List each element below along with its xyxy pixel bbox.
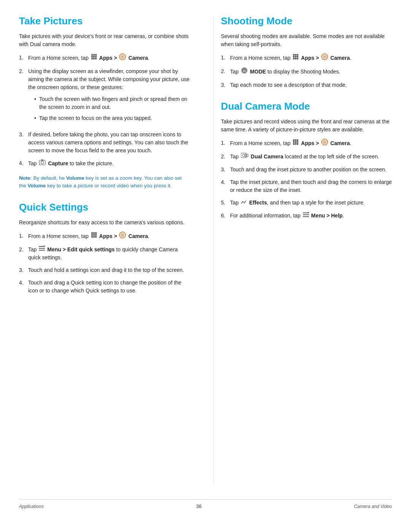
- svg-rect-64: [308, 212, 309, 213]
- sm-step-2: 2. Tap M MODE to display the Shooting Mo…: [221, 67, 392, 77]
- shooting-mode-section: Shooting Mode Several shooting modes are…: [221, 15, 392, 89]
- svg-point-13: [41, 161, 44, 164]
- take-pictures-intro: Take pictures with your device's front o…: [19, 32, 190, 48]
- svg-point-56: [324, 142, 325, 143]
- take-pictures-step-1: 1. From a Home screen, tap Apps > Camera…: [19, 54, 190, 63]
- qs-step-num-1: 1.: [19, 232, 27, 241]
- svg-point-42: [324, 56, 325, 58]
- step-4-content: Tap Capture to take the picture.: [28, 159, 190, 168]
- svg-rect-16: [93, 232, 95, 234]
- step-3-content: If desired, before taking the photo, you…: [28, 131, 190, 155]
- mode-icon: M: [241, 67, 248, 76]
- svg-rect-18: [91, 234, 93, 236]
- dc-step-num-1: 1.: [221, 139, 229, 148]
- take-pictures-list: 1. From a Home screen, tap Apps > Camera…: [19, 54, 190, 168]
- svg-rect-3: [91, 56, 93, 58]
- step-num-3: 3.: [19, 131, 27, 155]
- bullet-2-text: Tap the screen to focus on the area you …: [39, 114, 152, 122]
- svg-rect-32: [295, 54, 296, 56]
- quick-settings-title: Quick Settings: [19, 201, 190, 213]
- effects-icon: [241, 199, 247, 207]
- qs-step-num-2: 2.: [19, 246, 27, 262]
- svg-rect-33: [297, 54, 298, 56]
- dc-step-num-4: 4.: [221, 178, 229, 194]
- effects-label: Effects: [249, 200, 267, 206]
- qs-step-num-4: 4.: [19, 279, 27, 295]
- note-block: Note: By default, he Volume key is set a…: [19, 174, 190, 190]
- capture-label: Capture: [48, 160, 68, 166]
- dc-step-1-content: From a Home screen, tap Apps > Camera.: [230, 139, 392, 148]
- svg-point-26: [122, 234, 123, 235]
- svg-rect-48: [293, 141, 295, 143]
- dc-step-3-content: Touch and drag the inset picture to anot…: [230, 166, 392, 174]
- note-label: Note: [19, 175, 30, 181]
- mode-label: MODE: [250, 69, 266, 75]
- svg-rect-39: [297, 58, 298, 59]
- dc-step-2: 2. Tap Dual Camera located at the top le…: [221, 153, 392, 161]
- step-num-4: 4.: [19, 159, 27, 168]
- svg-point-11: [122, 56, 123, 58]
- bullet-1-text: Touch the screen with two fingers and pi…: [39, 95, 190, 111]
- svg-rect-31: [293, 54, 295, 56]
- dc-step-num-5: 5.: [221, 199, 229, 207]
- step-2-bullets: Touch the screen with two fingers and pi…: [34, 95, 190, 122]
- svg-point-58: [242, 154, 245, 157]
- camera-icon-1: [119, 53, 126, 62]
- qs-step-1-content: From a Home screen, tap Apps > Camera.: [28, 232, 190, 241]
- dc-step-num-6: 6.: [221, 212, 229, 220]
- quick-settings-list: 1. From a Home screen, tap Apps > Camera…: [19, 232, 190, 295]
- dc-step-5: 5. Tap Effects, and then tap a style for…: [221, 199, 392, 207]
- take-pictures-title: Take Pictures: [19, 15, 190, 27]
- svg-rect-8: [95, 58, 97, 59]
- dual-camera-intro: Take pictures and record videos using th…: [221, 118, 392, 134]
- sm-step-1-content: From a Home screen, tap Apps > Camera.: [230, 54, 392, 63]
- sm-step-3-content: Tap each mode to see a description of th…: [230, 81, 392, 89]
- step-num-1: 1.: [19, 54, 27, 63]
- svg-rect-20: [95, 234, 97, 236]
- dual-camera-list: 1. From a Home screen, tap Apps > Camera…: [221, 139, 392, 220]
- qs-step-2: 2. Tap Menu > Edit quick settings to qui…: [19, 246, 190, 262]
- svg-rect-36: [297, 56, 298, 58]
- svg-rect-28: [39, 248, 45, 249]
- sm-step-num-1: 1.: [221, 54, 229, 63]
- dc-step-1: 1. From a Home screen, tap Apps > Camera…: [221, 139, 392, 148]
- qs-step-2-content: Tap Menu > Edit quick settings to quickl…: [28, 246, 190, 262]
- svg-rect-7: [93, 58, 95, 59]
- dual-camera-label: Dual Camera: [251, 153, 284, 160]
- qs-step-1: 1. From a Home screen, tap Apps > Camera…: [19, 232, 190, 241]
- step-num-2: 2.: [19, 67, 27, 126]
- svg-rect-12: [39, 160, 45, 165]
- svg-rect-19: [93, 234, 95, 236]
- dc-menu-icon: [303, 212, 309, 220]
- svg-rect-35: [295, 56, 296, 58]
- svg-rect-17: [95, 232, 97, 234]
- page-footer: Applications 36 Camera and Video: [19, 499, 392, 509]
- right-column: Shooting Mode Several shooting modes are…: [213, 15, 392, 484]
- sm-apps-icon: [293, 54, 299, 62]
- qs-menu-icon: [39, 245, 45, 253]
- qs-step-4: 4. Touch and drag a Quick setting icon t…: [19, 279, 190, 295]
- dc-step-4-content: Tap the inset picture, and then touch an…: [230, 178, 392, 194]
- svg-rect-2: [95, 54, 97, 56]
- dual-camera-section: Dual Camera Mode Take pictures and recor…: [221, 101, 392, 220]
- svg-rect-15: [91, 232, 93, 234]
- sm-step-num-2: 2.: [221, 67, 229, 77]
- svg-rect-23: [95, 236, 97, 238]
- svg-rect-51: [293, 143, 295, 145]
- svg-rect-62: [303, 214, 309, 215]
- svg-rect-34: [293, 56, 295, 58]
- dc-step-num-3: 3.: [221, 166, 229, 174]
- volume-bold-2: Volume: [28, 183, 46, 189]
- page: Take Pictures Take pictures with your de…: [0, 0, 411, 532]
- sm-step-2-content: Tap M MODE to display the Shooting Modes…: [230, 67, 392, 77]
- svg-rect-4: [93, 56, 95, 58]
- take-pictures-section: Take Pictures Take pictures with your de…: [19, 15, 190, 190]
- dc-apps-icon: [293, 139, 299, 147]
- dc-step-3: 3. Touch and drag the inset picture to a…: [221, 166, 392, 174]
- qs-step-3-content: Touch and hold a settings icon and drag …: [28, 266, 190, 274]
- svg-rect-53: [297, 143, 298, 145]
- sm-step-3: 3. Tap each mode to see a description of…: [221, 81, 392, 89]
- footer-right: Camera and Video: [354, 504, 392, 509]
- svg-rect-21: [91, 236, 93, 238]
- svg-rect-63: [303, 216, 309, 217]
